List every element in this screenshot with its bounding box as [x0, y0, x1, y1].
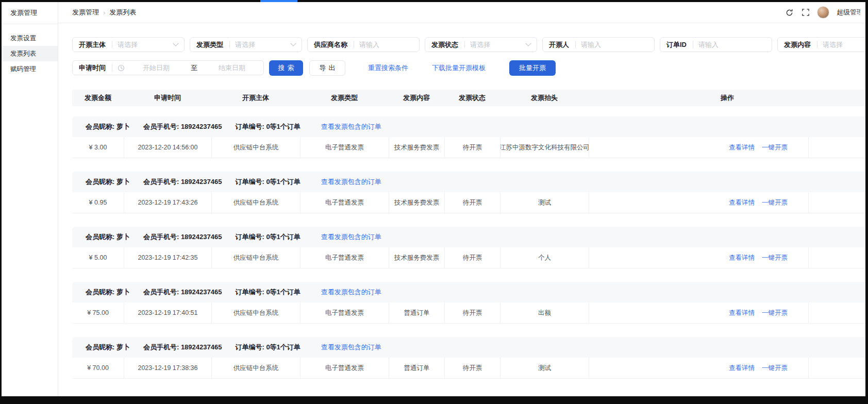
- cell-invoice-title: 出额: [500, 302, 589, 323]
- filter-field-input-2[interactable]: 供应商名称请输入: [307, 37, 420, 52]
- view-detail-link[interactable]: 查看详情: [729, 143, 755, 152]
- table-row: ¥ 0.952023-12-19 17:43:26供应链中台系统电子普通发票技术…: [72, 192, 865, 213]
- view-included-orders-link[interactable]: 查看发票包含的订单: [321, 232, 381, 242]
- chevron-down-icon: [173, 40, 178, 46]
- cell-invoice-title: 个人: [500, 247, 589, 268]
- start-date-input[interactable]: 开始日期: [125, 63, 188, 73]
- fixed-column-strip: [808, 137, 865, 158]
- filter-label: 开票主体: [73, 40, 112, 49]
- input-placeholder[interactable]: 请输入: [576, 40, 654, 49]
- fixed-column-strip: [808, 302, 865, 323]
- filter-field-input-4[interactable]: 开票人请输入: [542, 37, 655, 52]
- filter-field-select-3[interactable]: 发票状态请选择: [425, 37, 537, 52]
- member-phone: 会员手机号: 18924237465: [143, 122, 222, 131]
- one-click-invoice-link[interactable]: 一键开票: [762, 198, 788, 207]
- username-label[interactable]: 超级管理员: [837, 8, 860, 17]
- fixed-column-strip: [808, 358, 865, 378]
- cell-apply-time: 2023-12-19 17:38:36: [124, 358, 211, 378]
- view-detail-link[interactable]: 查看详情: [729, 309, 755, 317]
- one-click-invoice-link[interactable]: 一键开票: [762, 364, 788, 373]
- date-range-label: 申请时间: [73, 63, 112, 73]
- group-header-row: 会员昵称: 萝卜会员手机号: 18924237465订单编号: 0等1个订单查看…: [72, 282, 865, 302]
- view-included-orders-link[interactable]: 查看发票包含的订单: [321, 177, 381, 187]
- cell-actions: 查看详情一键开票: [589, 137, 808, 158]
- select-placeholder[interactable]: 请选择: [112, 40, 174, 49]
- refresh-icon[interactable]: [785, 8, 794, 17]
- one-click-invoice-link[interactable]: 一键开票: [762, 309, 788, 317]
- sidebar-item-0[interactable]: 发票设置: [2, 30, 58, 46]
- group-header-row: 会员昵称: 萝卜会员手机号: 18924237465订单编号: 0等1个订单查看…: [72, 116, 865, 137]
- export-button[interactable]: 导出: [309, 60, 345, 76]
- cell-invoice-status: 待开票: [444, 192, 500, 213]
- download-batch-template-link[interactable]: 下载批量开票模板: [432, 63, 486, 73]
- one-click-invoice-link[interactable]: 一键开票: [762, 143, 788, 152]
- cell-invoice-subject: 供应链中台系统: [211, 192, 300, 213]
- select-placeholder[interactable]: 请选择: [230, 40, 291, 49]
- select-placeholder[interactable]: 请选择: [817, 40, 865, 49]
- input-placeholder[interactable]: 请输入: [354, 40, 419, 49]
- cell-invoice-type: 电子普通发票: [300, 358, 389, 378]
- filter-row-1: 开票主体请选择发票类型请选择供应商名称请输入发票状态请选择开票人请输入订单ID请…: [72, 37, 865, 52]
- order-number: 订单编号: 0等1个订单: [235, 122, 300, 131]
- filter-field-input-5[interactable]: 订单ID请输入: [660, 37, 772, 52]
- filter-label: 发票状态: [425, 40, 464, 49]
- filter-field-select-1[interactable]: 发票类型请选择: [190, 37, 302, 52]
- end-date-input[interactable]: 结束日期: [201, 63, 263, 73]
- column-header-7: 发票抬头: [500, 93, 589, 103]
- filter-label: 发票类型: [190, 40, 229, 49]
- column-header-2: 申请时间: [124, 93, 211, 103]
- window-frame-right: [865, 0, 868, 404]
- cell-actions: 查看详情一键开票: [589, 247, 808, 268]
- column-header-6: 发票状态: [444, 93, 500, 103]
- fullscreen-icon[interactable]: [801, 8, 810, 17]
- cell-invoice-status: 待开票: [444, 247, 500, 268]
- view-detail-link[interactable]: 查看详情: [729, 198, 755, 207]
- sidebar-menu: 发票设置发票列表赋码管理: [2, 24, 58, 77]
- filter-label: 供应商名称: [308, 40, 354, 49]
- cell-invoice-type: 电子普通发票: [300, 247, 389, 268]
- view-included-orders-link[interactable]: 查看发票包含的订单: [321, 122, 381, 131]
- cell-invoice-subject: 供应链中台系统: [211, 137, 300, 158]
- view-included-orders-link[interactable]: 查看发票包含的订单: [321, 343, 381, 352]
- member-nickname: 会员昵称: 萝卜: [86, 343, 130, 352]
- breadcrumb-item-parent[interactable]: 发票管理: [72, 8, 99, 17]
- one-click-invoice-link[interactable]: 一键开票: [762, 254, 788, 262]
- member-nickname: 会员昵称: 萝卜: [86, 122, 130, 131]
- cell-apply-time: 2023-12-19 17:40:51: [124, 302, 211, 323]
- main-area: 发票管理 › 发票列表 超级管理员 开票主体请选择发票类型请选择供应商名称请输入…: [58, 2, 865, 396]
- reset-search-link[interactable]: 重置搜索条件: [368, 63, 408, 73]
- filter-field-select-0[interactable]: 开票主体请选择: [72, 37, 185, 52]
- select-placeholder[interactable]: 请选择: [465, 40, 526, 49]
- date-range-field[interactable]: 申请时间 开始日期 至 结束日期: [72, 60, 264, 75]
- filter-field-select-6[interactable]: 发票内容请选择: [777, 37, 865, 52]
- input-placeholder[interactable]: 请输入: [693, 40, 772, 49]
- column-header-1: 发票金额: [72, 93, 124, 103]
- order-number: 订单编号: 0等1个订单: [235, 177, 300, 187]
- user-avatar[interactable]: [817, 6, 829, 19]
- search-button[interactable]: 搜索: [269, 60, 303, 76]
- cell-apply-time: 2023-12-19 17:43:26: [124, 192, 211, 213]
- table-body: 会员昵称: 萝卜会员手机号: 18924237465订单编号: 0等1个订单查看…: [72, 116, 865, 379]
- group-header-row: 会员昵称: 萝卜会员手机号: 18924237465订单编号: 0等1个订单查看…: [72, 172, 865, 192]
- sidebar-title: 发票管理: [2, 2, 58, 24]
- cell-invoice-type: 电子普通发票: [300, 137, 389, 158]
- cell-invoice-status: 待开票: [444, 358, 500, 378]
- view-detail-link[interactable]: 查看详情: [729, 364, 755, 373]
- cell-invoice-amount: ¥ 75.00: [72, 302, 124, 323]
- cell-invoice-amount: ¥ 0.95: [72, 192, 124, 213]
- top-header: 发票管理 › 发票列表 超级管理员: [58, 2, 865, 23]
- view-detail-link[interactable]: 查看详情: [729, 254, 755, 262]
- group-header-row: 会员昵称: 萝卜会员手机号: 18924237465订单编号: 0等1个订单查看…: [72, 337, 865, 358]
- sidebar-item-1-active[interactable]: 发票列表: [2, 46, 58, 61]
- table-row: ¥ 75.002023-12-19 17:40:51供应链中台系统电子普通发票普…: [72, 302, 865, 324]
- sidebar-item-2[interactable]: 赋码管理: [2, 61, 58, 77]
- cell-invoice-amount: ¥ 5.00: [72, 247, 124, 268]
- filter-label: 订单ID: [660, 40, 693, 49]
- batch-invoice-button[interactable]: 批量开票: [509, 60, 556, 76]
- cell-apply-time: 2023-12-20 14:56:00: [124, 137, 211, 158]
- group-header-row: 会员昵称: 萝卜会员手机号: 18924237465订单编号: 0等1个订单查看…: [72, 227, 865, 247]
- column-header-8: 操作: [589, 93, 865, 103]
- view-included-orders-link[interactable]: 查看发票包含的订单: [321, 288, 381, 297]
- invoice-table: 发票金额申请时间开票主体发票类型发票内容发票状态发票抬头操作 会员昵称: 萝卜会…: [72, 90, 865, 379]
- cell-invoice-type: 电子普通发票: [300, 302, 389, 323]
